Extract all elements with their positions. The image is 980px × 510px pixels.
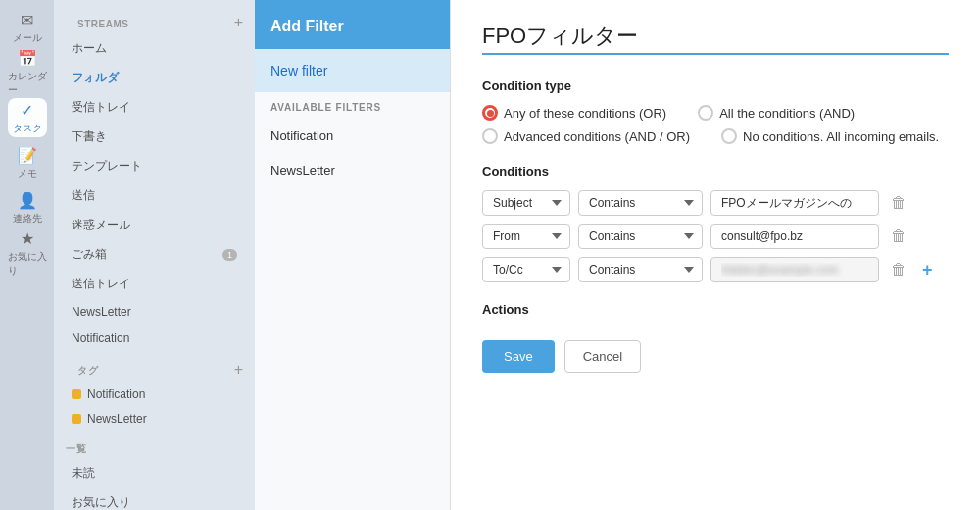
tag-item-newsletter[interactable]: NewsLetter (60, 407, 249, 431)
nav-item-trash[interactable]: ごみ箱 1 (60, 240, 249, 269)
nav-item-unread[interactable]: 未読 (60, 459, 249, 487)
filter-name-input[interactable] (482, 24, 949, 55)
condition-type-options: Any of these conditions (OR) All the con… (482, 105, 949, 144)
nav-item-newsletter[interactable]: NewsLetter (60, 299, 249, 325)
condition-1-value[interactable] (710, 190, 879, 216)
condition-row-3: Subject From To/Cc Date Body Contains Do… (482, 257, 949, 282)
condition-2-operator[interactable]: Contains Does not contain Is Is not (578, 224, 703, 249)
radio-none-circle (721, 128, 737, 144)
new-filter-item[interactable]: New filter (255, 49, 450, 92)
condition-1-operator[interactable]: Contains Does not contain Is Is not (578, 190, 703, 216)
condition-type-row-2: Advanced conditions (AND / OR) No condit… (482, 128, 949, 144)
condition-3-field[interactable]: Subject From To/Cc Date Body (482, 257, 570, 282)
condition-row-1: Subject From To/Cc Date Body Contains Do… (482, 190, 949, 216)
add-tag-icon[interactable]: + (234, 361, 243, 379)
tag-dot-newsletter (72, 414, 81, 424)
sidebar-icon-task[interactable]: ✓ タスク (8, 98, 47, 137)
radio-and-circle (698, 105, 713, 121)
streams-label: STREAMS (66, 15, 140, 31)
radio-advanced-circle (482, 128, 498, 144)
radio-or[interactable]: Any of these conditions (OR) (482, 105, 666, 121)
condition-1-field[interactable]: Subject From To/Cc Date Body (482, 190, 570, 216)
sidebar-icon-memo[interactable]: 📝 メモ (8, 143, 47, 182)
condition-3-delete-button[interactable]: 🗑 (887, 259, 910, 280)
conditions-label: Conditions (482, 164, 949, 178)
filter-panel: Add Filter New filter AVAILABLE FILTERS … (255, 0, 451, 510)
list-section-label: 一覧 (54, 438, 255, 458)
main-content: Condition type Any of these conditions (… (451, 0, 980, 510)
conditions-section: Conditions Subject From To/Cc Date Body … (482, 164, 949, 282)
sidebar-icon-mail[interactable]: ✉ メール (8, 8, 47, 47)
condition-row-2: Subject From To/Cc Date Body Contains Do… (482, 224, 949, 249)
tag-item-notification[interactable]: Notification (60, 382, 249, 406)
condition-3-value[interactable] (710, 257, 879, 282)
radio-and[interactable]: All the conditions (AND) (698, 105, 855, 121)
available-filters-label: AVAILABLE FILTERS (255, 92, 450, 119)
filter-panel-title: Add Filter (270, 18, 344, 34)
radio-none[interactable]: No conditions. All incoming emails. (721, 128, 939, 144)
nav-item-template[interactable]: テンプレート (60, 152, 249, 180)
trash-badge: 1 (222, 249, 237, 261)
condition-2-field[interactable]: Subject From To/Cc Date Body (482, 224, 570, 249)
nav-item-draft[interactable]: 下書き (60, 123, 249, 151)
filter-panel-header: Add Filter (255, 0, 450, 49)
condition-type-label: Condition type (482, 78, 949, 93)
add-condition-button[interactable]: + (918, 258, 937, 282)
sidebar: ✉ メール 📅 カレンダー ✓ タスク 📝 メモ 👤 連絡先 ★ お気に入り (0, 0, 255, 510)
sidebar-icon-column: ✉ メール 📅 カレンダー ✓ タスク 📝 メモ 👤 連絡先 ★ お気に入り (0, 0, 54, 510)
nav-item-outbox[interactable]: 送信トレイ (60, 270, 249, 298)
filter-item-notification[interactable]: Notification (255, 119, 450, 153)
form-buttons: Save Cancel (482, 340, 949, 373)
sidebar-icon-contact[interactable]: 👤 連絡先 (8, 188, 47, 228)
condition-type-row-1: Any of these conditions (OR) All the con… (482, 105, 949, 121)
nav-item-folder[interactable]: フォルダ (60, 64, 249, 92)
radio-advanced[interactable]: Advanced conditions (AND / OR) (482, 128, 690, 144)
nav-item-notification[interactable]: Notification (60, 326, 249, 351)
sidebar-icon-favorite[interactable]: ★ お気に入り (8, 233, 47, 273)
nav-item-home[interactable]: ホーム (60, 34, 249, 63)
tag-dot-notification (72, 389, 81, 399)
sidebar-nav: STREAMS + ホーム フォルダ 受信トレイ 下書き テンプレート 送信 迷… (54, 0, 255, 510)
tag-section-label: タグ (66, 360, 110, 380)
condition-1-delete-button[interactable]: 🗑 (887, 192, 910, 214)
condition-3-operator[interactable]: Contains Does not contain Is Is not (578, 257, 703, 282)
condition-2-value[interactable] (710, 224, 879, 249)
nav-item-spam[interactable]: 迷惑メール (60, 211, 249, 239)
nav-item-sent[interactable]: 送信 (60, 181, 249, 210)
cancel-button[interactable]: Cancel (564, 340, 641, 373)
radio-or-circle (482, 105, 498, 121)
save-button[interactable]: Save (482, 340, 555, 373)
filter-item-newsletter[interactable]: NewsLetter (255, 153, 450, 187)
actions-label: Actions (482, 302, 949, 317)
sidebar-icon-calendar[interactable]: 📅 カレンダー (8, 53, 47, 92)
nav-item-favorites[interactable]: お気に入り (60, 488, 249, 510)
nav-item-inbox[interactable]: 受信トレイ (60, 93, 249, 122)
condition-2-delete-button[interactable]: 🗑 (887, 226, 910, 247)
actions-section: Actions (482, 302, 949, 317)
add-stream-icon[interactable]: + (234, 14, 243, 31)
